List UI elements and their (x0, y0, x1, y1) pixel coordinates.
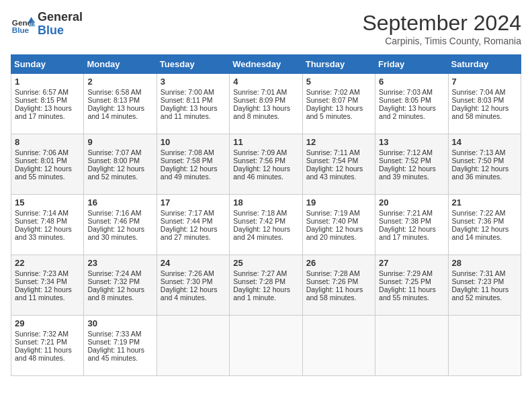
day-info-line: Daylight: 13 hours (15, 104, 80, 112)
day-info-line: and 36 minutes. (452, 173, 517, 181)
calendar-cell: 10Sunrise: 7:08 AMSunset: 7:58 PMDayligh… (157, 134, 229, 195)
day-info-line: Daylight: 11 hours (452, 285, 517, 293)
day-info-line: Daylight: 12 hours (87, 225, 152, 233)
day-number: 26 (306, 258, 371, 268)
logo: General Blue General Blue (11, 11, 83, 38)
day-info-line: Sunset: 7:28 PM (233, 277, 298, 285)
day-number: 3 (161, 77, 226, 87)
calendar-week-3: 15Sunrise: 7:14 AMSunset: 7:48 PMDayligh… (11, 195, 521, 255)
logo-icon: General Blue (11, 12, 35, 36)
day-info-line: Daylight: 12 hours (233, 285, 298, 293)
day-info-line: Sunrise: 7:16 AM (87, 209, 152, 217)
calendar-cell: 12Sunrise: 7:11 AMSunset: 7:54 PMDayligh… (302, 134, 375, 195)
day-info-line: Sunset: 7:38 PM (379, 217, 444, 225)
day-info-line: and 58 minutes. (452, 112, 517, 120)
day-info-line: and 11 minutes. (161, 112, 226, 120)
day-info-line: Sunrise: 7:00 AM (161, 88, 226, 96)
day-number: 8 (15, 137, 80, 147)
day-info-line: Daylight: 13 hours (233, 104, 298, 112)
day-info-line: Sunset: 8:13 PM (87, 96, 152, 104)
day-number: 30 (87, 318, 152, 328)
day-info-line: Daylight: 12 hours (233, 225, 298, 233)
day-info-line: Daylight: 12 hours (87, 285, 152, 293)
day-number: 22 (15, 258, 80, 268)
day-info-line: and 2 minutes. (379, 112, 444, 120)
day-info-line: Sunset: 7:52 PM (379, 156, 444, 165)
day-info-line: Sunset: 7:34 PM (15, 277, 80, 285)
calendar-cell (157, 316, 229, 376)
day-info-line: Daylight: 12 hours (161, 285, 226, 293)
calendar-cell: 5Sunrise: 7:02 AMSunset: 8:07 PMDaylight… (302, 74, 375, 134)
day-info-line: Sunrise: 7:11 AM (306, 148, 371, 156)
day-info-line: and 8 minutes. (87, 293, 152, 302)
calendar-cell: 19Sunrise: 7:19 AMSunset: 7:40 PMDayligh… (302, 195, 375, 255)
day-number: 10 (161, 137, 226, 147)
day-number: 25 (233, 258, 298, 268)
calendar-cell (302, 316, 375, 376)
page-header: General Blue General Blue September 2024… (11, 11, 521, 46)
day-info-line: Sunrise: 7:17 AM (161, 209, 226, 217)
day-info-line: Daylight: 11 hours (306, 285, 371, 293)
day-info-line: Sunrise: 7:21 AM (379, 209, 444, 217)
calendar-cell: 20Sunrise: 7:21 AMSunset: 7:38 PMDayligh… (375, 195, 448, 255)
day-info-line: Sunset: 7:19 PM (87, 338, 152, 346)
day-info-line: Daylight: 13 hours (306, 104, 371, 112)
day-info-line: and 4 minutes. (161, 293, 226, 302)
day-info-line: Sunrise: 7:29 AM (379, 269, 444, 277)
day-info-line: Sunset: 7:56 PM (233, 156, 298, 165)
calendar-cell: 23Sunrise: 7:24 AMSunset: 7:32 PMDayligh… (84, 255, 157, 316)
day-info-line: Sunset: 8:03 PM (452, 96, 517, 104)
day-info-line: Daylight: 12 hours (306, 165, 371, 173)
day-info-line: Sunset: 7:48 PM (15, 217, 80, 225)
day-number: 21 (452, 197, 517, 208)
calendar-cell: 3Sunrise: 7:00 AMSunset: 8:11 PMDaylight… (157, 74, 229, 134)
day-number: 1 (15, 77, 80, 87)
calendar-cell: 28Sunrise: 7:31 AMSunset: 7:23 PMDayligh… (448, 255, 521, 316)
calendar-cell: 2Sunrise: 6:58 AMSunset: 8:13 PMDaylight… (84, 74, 157, 134)
day-info-line: Sunrise: 6:58 AM (87, 88, 152, 96)
day-info-line: Sunset: 7:40 PM (306, 217, 371, 225)
day-info-line: Sunset: 7:46 PM (87, 217, 152, 225)
day-info-line: Sunrise: 7:09 AM (233, 148, 298, 156)
day-info-line: Sunrise: 7:23 AM (15, 269, 80, 277)
day-info-line: and 14 minutes. (87, 112, 152, 120)
day-info-line: Sunset: 7:23 PM (452, 277, 517, 285)
day-number: 24 (161, 258, 226, 268)
day-info-line: Sunset: 8:01 PM (15, 156, 80, 165)
day-info-line: and 49 minutes. (161, 173, 226, 181)
day-info-line: Sunrise: 7:24 AM (87, 269, 152, 277)
day-info-line: Sunrise: 6:57 AM (15, 88, 80, 96)
day-info-line: Daylight: 11 hours (87, 346, 152, 354)
day-info-line: and 24 minutes. (233, 233, 298, 241)
day-info-line: Sunrise: 7:14 AM (15, 209, 80, 217)
calendar-cell: 30Sunrise: 7:33 AMSunset: 7:19 PMDayligh… (84, 316, 157, 376)
day-info-line: Daylight: 12 hours (233, 165, 298, 173)
calendar-cell: 27Sunrise: 7:29 AMSunset: 7:25 PMDayligh… (375, 255, 448, 316)
day-info-line: Sunset: 7:36 PM (452, 217, 517, 225)
header-day-tuesday: Tuesday (157, 55, 229, 74)
day-number: 29 (15, 318, 80, 328)
day-number: 2 (87, 77, 152, 87)
day-info-line: and 33 minutes. (15, 233, 80, 241)
header-day-monday: Monday (84, 55, 157, 74)
day-info-line: Daylight: 13 hours (161, 104, 226, 112)
day-info-line: Sunrise: 7:12 AM (379, 148, 444, 156)
day-info-line: Daylight: 12 hours (452, 225, 517, 233)
calendar-cell: 11Sunrise: 7:09 AMSunset: 7:56 PMDayligh… (230, 134, 302, 195)
day-number: 15 (15, 197, 80, 208)
calendar-cell: 29Sunrise: 7:32 AMSunset: 7:21 PMDayligh… (11, 316, 84, 376)
day-info-line: Sunrise: 7:31 AM (452, 269, 517, 277)
day-number: 7 (452, 77, 517, 87)
calendar-cell: 13Sunrise: 7:12 AMSunset: 7:52 PMDayligh… (375, 134, 448, 195)
logo-blue-text: Blue (38, 24, 83, 38)
calendar-week-1: 1Sunrise: 6:57 AMSunset: 8:15 PMDaylight… (11, 74, 521, 134)
calendar-cell: 8Sunrise: 7:06 AMSunset: 8:01 PMDaylight… (11, 134, 84, 195)
day-info-line: Sunset: 8:00 PM (87, 156, 152, 165)
calendar-cell: 15Sunrise: 7:14 AMSunset: 7:48 PMDayligh… (11, 195, 84, 255)
day-info-line: Sunrise: 7:13 AM (452, 148, 517, 156)
month-title: September 2024 (362, 11, 521, 36)
calendar-week-5: 29Sunrise: 7:32 AMSunset: 7:21 PMDayligh… (11, 316, 521, 376)
day-info-line: and 20 minutes. (306, 233, 371, 241)
day-info-line: Daylight: 12 hours (15, 165, 80, 173)
day-number: 17 (161, 197, 226, 208)
